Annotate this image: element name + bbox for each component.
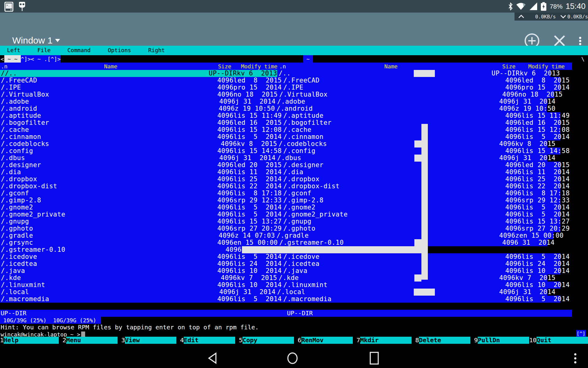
- file-row[interactable]: /.IPE4096pro 15 2014/.IPE4096pro 15 2014: [0, 84, 588, 91]
- file-info-left: 4096lis 15 11:49: [0, 112, 282, 119]
- file-info-right: 4096j 31 2014: [499, 289, 556, 296]
- right-name-header[interactable]: Name: [384, 63, 398, 70]
- file-row[interactable]: /.android4096z 19 10:50/.android4096z 19…: [0, 105, 588, 112]
- file-row[interactable]: /.macromedia4096lis 5 2014/.macromedia40…: [0, 296, 588, 303]
- file-row[interactable]: /.dbus4096j 31 2014/.dbus4096j 31 2014: [0, 155, 588, 162]
- fkey-quit[interactable]: 10Quit: [529, 337, 588, 344]
- file-row[interactable]: /.icedtea4096lis 24 2014/.icedtea4096lis…: [0, 260, 588, 267]
- overflow-menu-button[interactable]: [579, 36, 581, 46]
- file-row[interactable]: /.bogofilter4096led 16 2015/.bogofilter4…: [0, 119, 588, 126]
- svg-text:>_: >_: [6, 4, 10, 7]
- fkey-delete[interactable]: 8Delete: [412, 337, 470, 344]
- terminal-notification-icon: >_: [4, 2, 13, 12]
- file-info-right: 4096lis 15 12:08: [505, 126, 570, 133]
- battery-icon: [541, 2, 547, 11]
- notification-icons: >_: [4, 2, 26, 12]
- file-row[interactable]: /.gnome2_private4096lis 5 2014/.gnome2_p…: [0, 211, 588, 218]
- file-row[interactable]: /.dropbox4096lis 25 2014/.dropbox4096lis…: [0, 176, 588, 183]
- file-row[interactable]: /.FreeCAD4096led 8 2015/.FreeCAD4096led …: [0, 77, 588, 84]
- fkey-edit[interactable]: 4Edit: [176, 337, 235, 344]
- menu-item-options[interactable]: Options: [108, 47, 131, 53]
- file-name-right: /.gradle: [277, 232, 309, 239]
- file-info-left: 4096kv 7 2015: [0, 274, 277, 282]
- file-row[interactable]: /.designer4096led 20 2015/.designer4096l…: [0, 162, 588, 169]
- file-row[interactable]: /.cinnamon4096lis 5 2014/.cinnamon4096li…: [0, 133, 588, 140]
- nav-overflow-button[interactable]: [570, 348, 581, 368]
- file-row[interactable]: /.VirtualBox4096no 18 2015/.VirtualBox40…: [0, 91, 588, 98]
- file-row[interactable]: /.dropbox-dist4096lis 22 2014/.dropbox-d…: [0, 183, 588, 190]
- file-row[interactable]: /.grsync4096en 15 00:00/.gstreamer-0.104…: [0, 239, 588, 246]
- left-panel-status: UP--DIR: [1, 310, 26, 317]
- file-info-right: 4096lis 25 2014: [505, 176, 570, 183]
- menu-item-right[interactable]: Right: [148, 47, 165, 53]
- active-panel-path[interactable]: ~ ~: [4, 55, 21, 63]
- inactive-panel-path[interactable]: ~: [303, 55, 313, 63]
- battery-percent: 78%: [550, 3, 563, 10]
- fkey-label: Delete: [419, 337, 470, 344]
- fkey-number: 9: [470, 337, 478, 344]
- fkey-renmov[interactable]: 6RenMov: [294, 337, 353, 344]
- download-chevron-icon: [560, 15, 566, 18]
- back-button[interactable]: [206, 348, 219, 368]
- file-info-left: 4096lis 5 2014: [0, 296, 282, 303]
- menu-item-file[interactable]: File: [37, 47, 51, 53]
- fkey-mkdir[interactable]: 7Mkdir: [353, 337, 412, 344]
- network-speed-indicator: 0.0KB/s 0.0KB/s: [514, 13, 588, 21]
- extra-keys-indicator[interactable]: [^]: [576, 330, 586, 337]
- file-row[interactable]: /.linuxmint4096lis 10 2014/.linuxmint409…: [0, 282, 588, 289]
- fkey-help[interactable]: 1Help: [0, 337, 59, 344]
- left-mtime-header[interactable]: Modify time: [241, 63, 277, 70]
- file-name-right: /.adobe: [277, 98, 305, 105]
- file-row[interactable]: /.local4096j 31 2014/.local4096j 31 2014: [0, 289, 588, 296]
- file-row[interactable]: /.codeblocks4096kv 8 2015/.codeblocks409…: [0, 140, 588, 148]
- left-size-header[interactable]: Size: [218, 63, 231, 70]
- recents-button[interactable]: [368, 348, 381, 368]
- path-tabs[interactable]: ^]>< ~ .[^]>: [21, 55, 61, 63]
- fkey-copy[interactable]: 5Copy: [235, 337, 294, 344]
- file-row[interactable]: /.java4096lis 10 2014/.java4096lis 10 20…: [0, 267, 588, 274]
- file-row[interactable]: /.cache4096lis 15 12:08/.cache4096lis 15…: [0, 126, 588, 133]
- fkey-label: Edit: [184, 337, 235, 344]
- file-row[interactable]: //..UP--DIRkv 6 2013/..UP--DIRkv 6 2013: [0, 70, 588, 77]
- left-name-header[interactable]: Name: [104, 63, 117, 70]
- home-button[interactable]: [286, 348, 299, 368]
- file-info-left: 4096lis 10 2014: [0, 282, 282, 289]
- file-row[interactable]: /.gphoto4096srp 27 20:29/.gphoto4096srp …: [0, 225, 588, 232]
- fkey-number: 8: [412, 337, 419, 344]
- file-row[interactable]: /.dia4096lis 11 2014/.dia4096lis 11 2014: [0, 169, 588, 176]
- window-selector[interactable]: Window 1: [12, 35, 60, 46]
- file-row[interactable]: /.icedove4096lis 5 2014/.icedove4096lis …: [0, 253, 588, 260]
- file-info-left: 4096no 18 2015: [0, 91, 278, 98]
- fkey-view[interactable]: 3View: [118, 337, 176, 344]
- mc-menu-bar: LeftFileCommandOptionsRight: [0, 46, 588, 55]
- right-size-header[interactable]: Size: [502, 63, 515, 70]
- file-info-left: 4096lis 10 2014: [0, 267, 282, 274]
- left-sort-indicator[interactable]: .n: [1, 63, 8, 70]
- file-row[interactable]: /.gnupg4096lis 15 13:27/.gnupg4096lis 15…: [0, 218, 588, 225]
- screen: >_: [0, 0, 588, 368]
- right-mtime-header[interactable]: Modify time: [528, 63, 565, 70]
- menu-item-command[interactable]: Command: [67, 47, 91, 53]
- file-row[interactable]: /.gradle4096z 14 07:03/.gradle4096zen 15…: [0, 232, 588, 239]
- file-row[interactable]: /.config4096lis 15 14:58/.config4096lis …: [0, 148, 588, 155]
- file-name-right: /.dia: [283, 169, 303, 176]
- file-info-left: 4096j 31 2014: [0, 98, 276, 105]
- file-row[interactable]: /.adobe4096j 31 2014/.adobe4096j 31 2014: [0, 98, 588, 105]
- fkey-pulldn[interactable]: 9PullDn: [470, 337, 529, 344]
- file-row[interactable]: /.aptitude4096lis 15 11:49/.aptitude4096…: [0, 112, 588, 119]
- file-name-right: /.VirtualBox: [279, 91, 328, 98]
- file-row[interactable]: /.gnome24096lis 5 2014/.gnome24096lis 5 …: [0, 204, 588, 211]
- menu-item-left[interactable]: Left: [7, 47, 20, 53]
- file-name-right: /.config: [283, 148, 315, 155]
- file-info-right: 4096j 31 2014: [499, 98, 556, 105]
- file-name-right: /.dbus: [277, 155, 301, 162]
- fkey-menu[interactable]: 2Menu: [59, 337, 118, 344]
- right-sort-indicator[interactable]: .n: [279, 63, 286, 70]
- file-info-left: 4096j 31 2014: [0, 289, 276, 296]
- file-row[interactable]: /.gconf4096lis 8 17:18/.gconf4096lis 8 1…: [0, 190, 588, 197]
- file-name-right: /.macromedia: [283, 296, 332, 303]
- file-row[interactable]: /.gimp-2.84096srp 29 12:33/.gimp-2.84096…: [0, 197, 588, 204]
- fkey-label: Quit: [537, 337, 588, 344]
- file-info-right: 4096lis 11 2014: [505, 169, 570, 176]
- file-row[interactable]: /.kde4096kv 7 2015/.kde4096kv 7 2015: [0, 274, 588, 282]
